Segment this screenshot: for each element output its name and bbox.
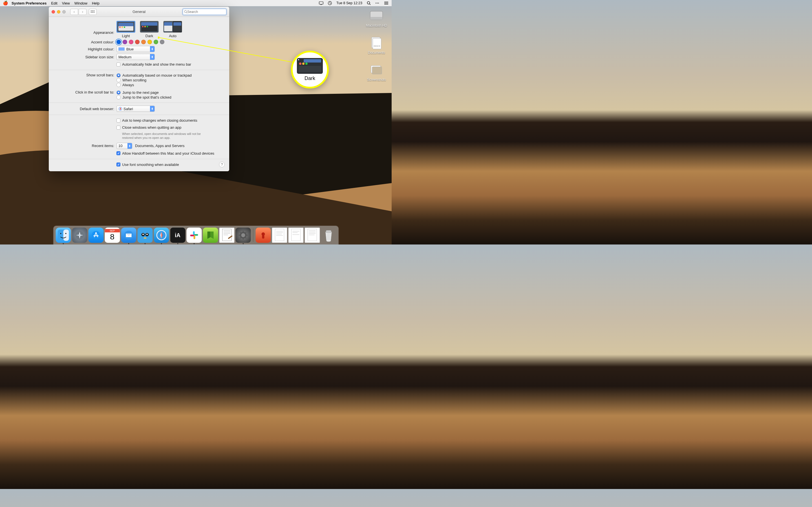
svg-rect-16 [94, 12, 94, 13]
dock-trash[interactable] [321, 228, 336, 243]
autohide-menubar-label: Automatically hide and show the menu bar [122, 62, 191, 66]
show-all-button[interactable] [89, 9, 97, 15]
nav-forward-button[interactable]: › [79, 9, 87, 15]
accent-pink[interactable] [129, 40, 133, 44]
dock-ia-writer[interactable]: iA [170, 228, 185, 243]
accent-orange[interactable] [141, 40, 146, 44]
help-button[interactable]: ? [219, 162, 225, 167]
close-windows-checkbox[interactable]: Close windows when quitting an app [116, 125, 223, 130]
appearance-label: Appearance: [54, 21, 116, 35]
appearance-option-dark[interactable]: Dark [140, 21, 159, 38]
menubar-clock[interactable]: Tue 8 Sep 12:23 [336, 1, 362, 5]
browser-select[interactable]: Safari ▲▼ [116, 106, 155, 112]
svg-point-33 [65, 233, 66, 234]
dock-appstore[interactable] [88, 228, 103, 243]
sidebar-size-label: Sidebar icon size: [54, 55, 116, 59]
dock-stack-2[interactable] [272, 228, 287, 243]
system-preferences-window: ‹ › General Appearance: Light Dark [49, 7, 229, 171]
window-minimize-button[interactable] [57, 10, 60, 13]
scroll-click-page-radio[interactable]: Jump to the next page [116, 90, 223, 95]
separator [49, 115, 229, 115]
dock-stack-1[interactable] [255, 228, 271, 243]
dock-tweetbot[interactable] [137, 228, 153, 243]
accent-blue[interactable] [116, 40, 121, 44]
dock-stack-3[interactable] [288, 228, 303, 243]
autohide-menubar-checkbox[interactable]: Automatically hide and show the menu bar [116, 62, 223, 67]
svg-rect-37 [139, 230, 151, 241]
window-zoom-button[interactable] [62, 10, 66, 13]
separator [49, 159, 229, 159]
dock-textedit[interactable] [219, 228, 234, 243]
nav-back-button[interactable]: ‹ [70, 9, 78, 15]
scrollbars-auto-radio[interactable]: Automatically based on mouse or trackpad [116, 73, 223, 78]
dock-safari[interactable] [154, 228, 169, 243]
handoff-checkbox[interactable]: Allow Handoff between this Mac and your … [116, 151, 223, 156]
separator [49, 103, 229, 103]
scrollbars-label: Show scroll bars: [54, 73, 116, 77]
menu-app-name[interactable]: System Preferences [11, 1, 47, 5]
ask-changes-checkbox[interactable]: Ask to keep changes when closing documen… [116, 118, 223, 123]
highlight-select[interactable]: Blue ▲▼ [116, 46, 155, 52]
siri-icon[interactable]: ⋯ [375, 1, 380, 5]
notification-center-icon[interactable] [384, 1, 389, 5]
dock-mail[interactable] [121, 228, 136, 243]
menu-edit[interactable]: Edit [51, 1, 57, 5]
scrollbars-always-radio[interactable]: Always [116, 82, 223, 87]
accent-yellow[interactable] [147, 40, 152, 44]
sidebar-size-select[interactable]: Medium ▲▼ [116, 54, 155, 60]
callout-bubble: Dark [291, 51, 329, 89]
accent-red[interactable] [135, 40, 140, 44]
desktop-icon-documents[interactable]: DOCX Documents [368, 36, 385, 55]
browser-value: Safari [123, 107, 133, 111]
separator [49, 70, 229, 70]
scroll-click-spot-radio[interactable]: Jump to the spot that's clicked [116, 95, 223, 100]
search-field[interactable] [183, 9, 226, 15]
display-icon[interactable] [319, 1, 323, 5]
svg-rect-42 [144, 237, 146, 238]
accent-purple[interactable] [123, 40, 127, 44]
recent-select[interactable]: 10 ▲▼ [116, 143, 132, 149]
window-close-button[interactable] [52, 10, 55, 13]
svg-rect-15 [92, 12, 93, 13]
recent-suffix: Documents, Apps and Servers [135, 144, 185, 148]
window-titlebar[interactable]: ‹ › General [49, 7, 229, 17]
recent-label: Recent items: [54, 144, 116, 148]
svg-point-8 [384, 2, 385, 2]
scrollbars-scrolling-radio[interactable]: When scrolling [116, 78, 223, 82]
dock-finder[interactable] [56, 228, 71, 243]
accent-swatches [116, 40, 223, 44]
dock-stack-4[interactable] [305, 228, 320, 243]
svg-point-52 [241, 233, 245, 237]
dock-launchpad[interactable] [72, 228, 87, 243]
dock-system-preferences[interactable] [236, 228, 251, 243]
timemachine-icon[interactable] [328, 1, 332, 5]
search-icon [184, 10, 187, 13]
accent-graphite[interactable] [160, 40, 164, 44]
svg-point-9 [384, 3, 385, 3]
svg-point-17 [185, 10, 187, 13]
callout-label: Dark [305, 75, 315, 81]
svg-rect-26 [373, 38, 381, 49]
dock-kindle[interactable] [203, 228, 218, 243]
callout-dark-thumb [297, 58, 323, 74]
desktop-icon-screenshots[interactable]: Screenshots [367, 62, 386, 82]
window-title: General [133, 10, 146, 14]
search-input[interactable] [187, 10, 225, 14]
appearance-option-light[interactable]: Light [116, 21, 135, 38]
safari-icon [118, 107, 122, 111]
apple-menu-icon[interactable]: 🍎 [3, 1, 8, 6]
svg-rect-63 [275, 229, 284, 241]
desktop-icon-macintosh-hd[interactable]: Macintosh HD [366, 8, 387, 27]
recent-value: 10 [118, 144, 122, 148]
svg-line-57 [240, 232, 241, 233]
svg-line-4 [370, 4, 371, 5]
dock-calendar[interactable]: SEP 8 [105, 228, 120, 243]
menu-view[interactable]: View [62, 1, 70, 5]
menu-window[interactable]: Window [74, 1, 87, 5]
accent-green[interactable] [154, 40, 158, 44]
dock-slack[interactable] [186, 228, 202, 243]
appearance-option-auto[interactable]: Auto [163, 21, 182, 38]
menu-help[interactable]: Help [92, 1, 100, 5]
spotlight-icon[interactable] [367, 1, 371, 5]
font-smoothing-checkbox[interactable]: Use font smoothing when available [116, 162, 223, 167]
